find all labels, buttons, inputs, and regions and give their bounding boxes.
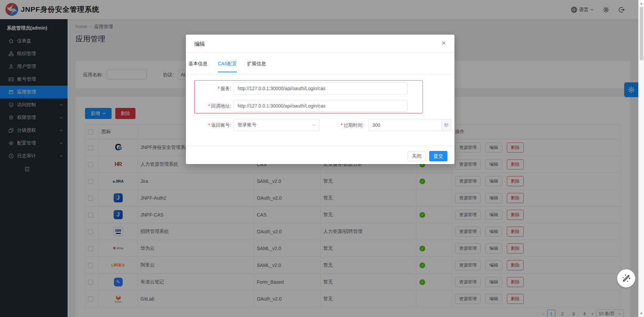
application-window: JNPF身份安全管理系统 语言 — [0, 0, 644, 317]
service-label: *服务: — [193, 86, 231, 92]
callback-label: *回调地址: — [193, 103, 231, 109]
return-account-value: 登录账号 — [238, 122, 256, 128]
dialog-title: 编辑 — [194, 41, 205, 48]
close-icon[interactable]: ✕ — [440, 40, 447, 47]
required-asterisk: * — [208, 103, 210, 109]
expire-unit-addon: 秒 — [442, 119, 451, 131]
scroll-up-icon[interactable]: ▲ — [640, 2, 643, 5]
scrollbar-thumb[interactable] — [640, 7, 643, 61]
required-asterisk: * — [208, 122, 210, 128]
return-account-label: *返回账号: — [193, 122, 231, 128]
browser-scrollbar[interactable]: ▲ ▼ — [638, 0, 644, 317]
dialog-tabs: 基本信息 CAS配置 扩展信息 — [186, 53, 454, 75]
dialog-footer: 关闭 提交 — [186, 146, 454, 164]
dialog-header: 编辑 ✕ — [186, 35, 454, 53]
service-input[interactable]: http://127.0.0.1:30000/api/oauth/Login/c… — [234, 82, 407, 94]
edit-dialog: 编辑 ✕ 基本信息 CAS配置 扩展信息 *服务: http://127.0.0… — [186, 35, 454, 164]
callback-input[interactable]: http://127.0.0.1:30000/api/oauth/Login/c… — [234, 100, 407, 112]
magic-wand-cursor-icon[interactable] — [617, 269, 635, 287]
return-account-select[interactable]: 登录账号 — [234, 119, 320, 131]
tab-cas-config[interactable]: CAS配置 — [218, 61, 237, 72]
required-asterisk: * — [341, 122, 343, 128]
dialog-close-button[interactable]: 关闭 — [408, 151, 426, 161]
dialog-submit-button[interactable]: 提交 — [429, 151, 447, 161]
expire-time-label: *过期时间: — [329, 122, 364, 128]
tab-extended-info[interactable]: 扩展信息 — [247, 61, 266, 72]
scroll-down-icon[interactable]: ▼ — [640, 312, 643, 315]
tab-basic-info[interactable]: 基本信息 — [189, 61, 207, 72]
required-asterisk: * — [218, 86, 219, 91]
chevron-down-icon — [312, 123, 316, 127]
expire-time-input[interactable]: 300 — [368, 119, 442, 131]
